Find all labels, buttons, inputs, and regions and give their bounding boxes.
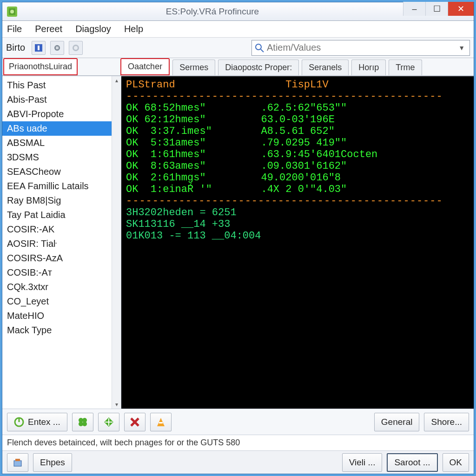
vieli-button[interactable]: Vieli ... — [342, 453, 383, 472]
diamond-icon — [103, 416, 114, 428]
sidebar-item[interactable]: Abis-Past — [2, 93, 121, 107]
status-bar: Flench deves betainced, wilt bech pnages… — [2, 435, 474, 450]
window-title: ES:Poly.VRá Profincure — [22, 7, 403, 17]
entex-button[interactable]: Entex ... — [7, 413, 67, 431]
toolbar-label[interactable]: Birto — [6, 42, 25, 53]
tab-trme[interactable]: Trme — [389, 60, 422, 75]
svg-rect-3 — [38, 46, 40, 50]
sidebar-item[interactable]: Tay Pat Laidia — [2, 208, 121, 222]
tab-sermes[interactable]: Sermes — [172, 60, 215, 75]
toolbar: Birto ▼ — [2, 38, 474, 58]
x-icon — [129, 416, 140, 428]
sidebar-item[interactable]: ABs uade — [2, 121, 121, 136]
minimize-button[interactable]: – — [403, 2, 425, 16]
svg-point-1 — [10, 10, 14, 13]
svg-rect-24 — [15, 459, 20, 461]
sidebar-item[interactable]: 3DSMS — [2, 150, 121, 165]
sidebar-item[interactable]: CO_Leyet — [2, 294, 121, 309]
svg-rect-22 — [159, 422, 163, 423]
sidebar-item[interactable]: Ray BM8|Sig — [2, 193, 121, 208]
sidebar-item[interactable]: ABVI-Propote — [2, 107, 121, 121]
scroll-down-icon[interactable]: ▾ — [115, 401, 118, 408]
titlebar: ES:Poly.VRá Profincure – ☐ ✕ — [2, 2, 474, 21]
svg-rect-23 — [14, 461, 21, 466]
sidebar: This PastAbis-PastABVI-PropoteABs uadeAB… — [2, 76, 121, 409]
svg-rect-5 — [56, 46, 59, 49]
search-input[interactable] — [267, 42, 456, 53]
menu-diagsloy[interactable]: Diagsloy — [75, 24, 111, 34]
sidebar-item[interactable]: COSIRS-AzA — [2, 251, 121, 265]
search-icon — [255, 43, 264, 53]
sidebar-item[interactable]: Mack Type — [2, 323, 121, 337]
sidebar-item[interactable]: EEA Famillic Latails — [2, 179, 121, 193]
tab-oaatcher[interactable]: Oaatcher — [120, 58, 170, 75]
sidebar-item[interactable]: ABSMAL — [2, 136, 121, 150]
shore-button[interactable]: Shore... — [424, 413, 469, 431]
power-icon — [14, 417, 24, 427]
tab-diaopostc[interactable]: Diaopostc Proper: — [218, 60, 299, 75]
tab-horip[interactable]: Horıp — [351, 60, 386, 75]
sidebar-item[interactable]: AOSIR: Tiaŀ — [2, 237, 121, 251]
cone-icon — [155, 416, 166, 428]
ok-button[interactable]: OK — [443, 453, 469, 472]
tool-icon-3[interactable] — [69, 41, 83, 55]
clover-icon — [77, 416, 88, 428]
menu-file[interactable]: File — [7, 24, 22, 34]
cone-button[interactable] — [150, 413, 172, 431]
delete-button[interactable] — [124, 413, 145, 431]
search-box[interactable]: ▼ — [251, 40, 470, 56]
sidebar-item[interactable]: MateHIO — [2, 309, 121, 323]
sidebar-item[interactable]: CQk.3xtxr — [2, 280, 121, 294]
sidebar-scrollbar[interactable]: ▴ ▾ — [112, 76, 121, 409]
tab-priaonoths[interactable]: PriaonothsLuirad — [3, 58, 78, 75]
sidebar-item[interactable]: COSIR:-AK — [2, 222, 121, 237]
saroot-button[interactable]: Saroot ... — [387, 453, 437, 472]
ehpes-button[interactable]: Ehpes — [33, 453, 72, 472]
sidebar-item[interactable]: This Past — [2, 78, 121, 93]
menu-help[interactable]: Help — [124, 24, 143, 34]
svg-line-9 — [261, 49, 264, 52]
main-content: This PastAbis-PastABVI-PropoteABs uadeAB… — [2, 76, 474, 409]
general-button[interactable]: General — [374, 413, 420, 431]
app-window: ES:Poly.VRá Profincure – ☐ ✕ File Pereet… — [2, 2, 474, 474]
diamond-button[interactable] — [98, 413, 119, 431]
tab-seranels[interactable]: Seranels — [302, 60, 349, 75]
status-text: Flench deves betainced, wilt bech pnages… — [7, 438, 240, 448]
app-icon — [7, 7, 17, 17]
scroll-up-icon[interactable]: ▴ — [115, 77, 118, 84]
menu-pereet[interactable]: Pereet — [35, 24, 62, 34]
svg-point-7 — [74, 46, 78, 50]
menubar: File Pereet Diagsloy Help — [2, 21, 474, 38]
svg-point-15 — [82, 422, 87, 426]
sidebar-item[interactable]: SEASCheow — [2, 165, 121, 179]
tool-icon-1[interactable] — [32, 41, 46, 55]
tabstrip: PriaonothsLuirad Oaatcher Sermes Diaopos… — [2, 58, 474, 76]
tool-icon-2[interactable] — [50, 41, 64, 55]
footer: Ehpes Vieli ... Saroot ... OK — [2, 450, 474, 474]
chevron-down-icon[interactable]: ▼ — [456, 44, 467, 52]
sidebar-item[interactable]: COSIB:-Aт — [2, 265, 121, 280]
terminal-output: PLStrand TispL1V -----------------------… — [121, 76, 474, 409]
footer-icon-button[interactable] — [7, 453, 28, 472]
action-row: Entex ... General Shore... — [2, 409, 474, 435]
svg-point-8 — [256, 44, 261, 50]
close-button[interactable]: ✕ — [448, 2, 474, 16]
clover-button[interactable] — [72, 413, 93, 431]
maximize-button[interactable]: ☐ — [425, 2, 448, 16]
box-icon — [13, 458, 22, 467]
